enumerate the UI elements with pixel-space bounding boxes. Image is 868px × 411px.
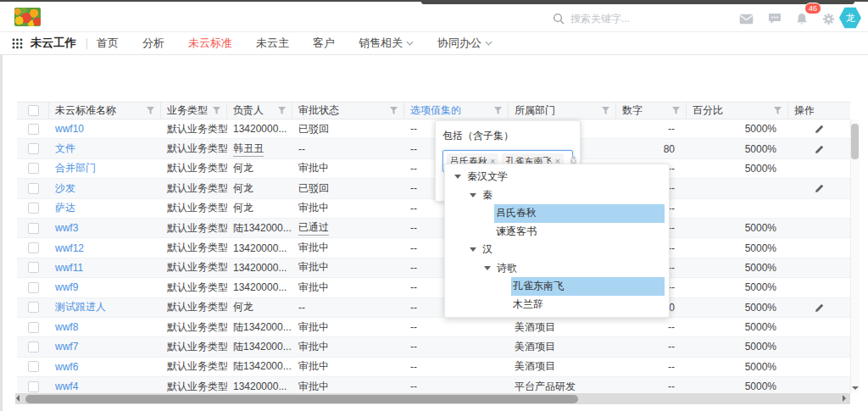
column-filter-funnel-icon[interactable]	[213, 107, 220, 114]
record-name-link[interactable]: wwf11	[55, 262, 83, 274]
row-checkbox[interactable]	[28, 342, 39, 353]
global-search[interactable]: 搜索关键字...	[553, 10, 630, 27]
company-logo[interactable]	[14, 8, 41, 26]
tree-expand-caret-icon[interactable]	[454, 175, 465, 179]
column-header-业务类型: 业务类型	[161, 103, 227, 119]
department-cell: 美酒项目	[509, 318, 616, 336]
row-checkbox[interactable]	[28, 143, 39, 154]
mail-icon[interactable]	[739, 14, 754, 25]
approval-status-cell: 审批中	[298, 241, 329, 255]
row-checkbox[interactable]	[28, 183, 39, 194]
column-filter-funnel-icon[interactable]	[602, 107, 609, 114]
record-name-link[interactable]: wwf8	[55, 321, 78, 333]
page-left-edge	[0, 55, 3, 411]
top-bar: 搜索关键字... 46 龙	[0, 2, 868, 32]
record-name-link[interactable]: wwf9	[55, 281, 78, 293]
column-filter-funnel-icon[interactable]	[494, 107, 502, 114]
notification-bell-icon[interactable]	[796, 13, 808, 25]
record-name-link[interactable]: wwf12	[55, 242, 84, 254]
column-filter-funnel-icon[interactable]	[147, 107, 154, 114]
record-owner-cell: 13420000...	[233, 380, 287, 392]
vertical-scrollbar-thumb[interactable]	[851, 124, 859, 159]
record-name-link[interactable]: wwf10	[55, 123, 84, 135]
tree-item-汉[interactable]: 汉	[470, 241, 665, 259]
column-header-数字: 数字	[616, 103, 687, 119]
percent-cell: 5000%	[687, 298, 788, 317]
percent-cell: 5000%	[687, 318, 788, 336]
nav-item-未云主[interactable]: 未云主	[256, 36, 289, 51]
tree-expand-caret-icon[interactable]	[484, 266, 495, 270]
record-name-link[interactable]: 文件	[55, 142, 75, 156]
app-title[interactable]: 未云工作	[31, 36, 76, 51]
tree-item-谏逐客书[interactable]: 谏逐客书	[484, 223, 665, 242]
record-owner-cell: 13420000...	[233, 123, 287, 135]
option-set-cell: --	[404, 318, 509, 336]
column-filter-funnel-icon[interactable]	[672, 107, 680, 114]
record-name-link[interactable]: wwf3	[55, 222, 78, 234]
row-checkbox[interactable]	[28, 282, 39, 293]
tree-expand-caret-icon[interactable]	[470, 247, 481, 252]
edit-pencil-icon[interactable]	[815, 303, 825, 313]
tree-expand-caret-icon[interactable]	[470, 193, 481, 197]
department-cell: 美酒项目	[509, 337, 616, 356]
row-checkbox[interactable]	[28, 381, 39, 392]
approval-status-cell: 审批中	[298, 201, 329, 215]
select-all-checkbox[interactable]	[28, 105, 39, 116]
nav-item-销售相关[interactable]: 销售相关	[359, 36, 414, 51]
scroll-down-arrow[interactable]	[850, 383, 860, 393]
record-type-cell: 默认业务类型	[161, 337, 227, 356]
row-checkbox[interactable]	[28, 242, 39, 253]
tree-item-秦汉文学[interactable]: 秦汉文学	[454, 168, 665, 186]
row-checkbox[interactable]	[28, 124, 39, 135]
row-checkbox[interactable]	[28, 361, 39, 372]
approval-status-cell: 审批中	[298, 340, 329, 354]
nav-item-首页[interactable]: 首页	[97, 36, 119, 51]
tree-item-诗歌[interactable]: 诗歌	[484, 259, 665, 278]
row-checkbox[interactable]	[28, 302, 39, 313]
edit-pencil-icon[interactable]	[815, 144, 825, 154]
record-name-link[interactable]: 合并部门	[55, 161, 96, 175]
table-row: wwf4 默认业务类型 13420000... 审批中 -- 平台产品研发 --…	[17, 377, 850, 393]
row-checkbox[interactable]	[28, 223, 39, 234]
tree-item-吕氏春秋[interactable]: 吕氏春秋	[484, 204, 665, 223]
vertical-scrollbar-track[interactable]	[850, 119, 860, 393]
approval-status-cell: 已驳回	[298, 122, 329, 136]
nav-item-未云标准[interactable]: 未云标准	[188, 36, 232, 51]
chat-icon[interactable]	[768, 13, 782, 25]
row-checkbox[interactable]	[28, 322, 39, 333]
record-name-link[interactable]: 沙发	[55, 181, 75, 196]
column-filter-funnel-icon[interactable]	[390, 107, 398, 114]
main-nav: 未云工作 首页 分析 未云标准 未云主 客户 销售相关 协同办公	[0, 32, 868, 55]
option-set-cell: --	[404, 337, 509, 356]
record-type-cell: 默认业务类型	[161, 179, 227, 197]
edit-pencil-icon[interactable]	[815, 183, 825, 193]
tree-item-秦[interactable]: 秦	[470, 186, 665, 205]
tree-item-木兰辞[interactable]: 木兰辞	[501, 296, 665, 314]
app-launcher-grid-icon[interactable]	[12, 38, 23, 49]
row-checkbox[interactable]	[28, 262, 39, 273]
scroll-right-arrow[interactable]	[843, 395, 846, 402]
percent-cell: 5000%	[687, 337, 788, 356]
record-name-link[interactable]: wwf7	[55, 341, 78, 353]
edit-pencil-icon[interactable]	[815, 124, 825, 134]
settings-gear-icon[interactable]	[822, 13, 835, 25]
record-name-link[interactable]: wwf4	[55, 380, 78, 392]
record-owner-cell: 陆1342000...	[233, 340, 292, 354]
user-avatar[interactable]: 龙	[839, 7, 861, 29]
column-filter-funnel-icon[interactable]	[774, 107, 782, 114]
nav-item-协同办公[interactable]: 协同办公	[437, 36, 492, 51]
record-name-link[interactable]: wwf6	[55, 361, 78, 373]
nav-item-客户[interactable]: 客户	[313, 36, 335, 51]
record-name-link[interactable]: 测试跟进人	[55, 300, 106, 314]
row-checkbox[interactable]	[28, 203, 39, 214]
tree-item-孔雀东南飞[interactable]: 孔雀东南飞	[501, 277, 665, 296]
nav-item-分析[interactable]: 分析	[142, 36, 164, 51]
horizontal-scrollbar-thumb[interactable]	[25, 395, 578, 403]
column-header-label: 百分比	[693, 103, 772, 118]
record-name-link[interactable]: 萨达	[55, 201, 75, 215]
row-checkbox[interactable]	[28, 163, 39, 174]
approval-status-cell: 审批中	[298, 280, 329, 295]
column-header-所属部门: 所属部门	[509, 103, 616, 119]
scroll-left-arrow[interactable]	[16, 395, 19, 402]
column-filter-funnel-icon[interactable]	[278, 107, 286, 114]
